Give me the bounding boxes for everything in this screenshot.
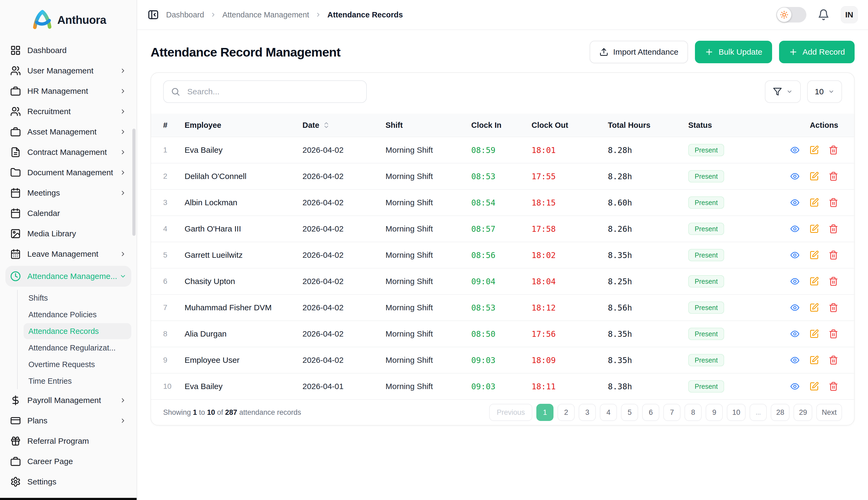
delete-button[interactable]	[829, 198, 838, 207]
view-button[interactable]	[790, 382, 800, 391]
sidebar-item[interactable]: Plans	[5, 412, 131, 429]
sidebar-subitem[interactable]: Time Entries	[24, 373, 131, 389]
table-body: 1 Eva Bailey 2026-04-02 Morning Shift 08…	[151, 137, 854, 399]
status-badge: Present	[688, 302, 724, 314]
sidebar-subitem[interactable]: Shifts	[24, 290, 131, 306]
page-number-button[interactable]: 1	[536, 404, 553, 421]
column-header[interactable]: #	[163, 121, 185, 130]
import-attendance-button[interactable]: Import Attendance	[590, 41, 688, 63]
bulk-update-button[interactable]: Bulk Update	[695, 41, 772, 63]
delete-button[interactable]	[829, 171, 838, 181]
view-button[interactable]	[790, 171, 800, 181]
sidebar-item[interactable]: Payroll Management	[5, 392, 131, 409]
sidebar-item[interactable]: Recruitment	[5, 103, 131, 120]
brand-logo[interactable]: Anthuora	[0, 0, 137, 40]
filter-button[interactable]	[765, 80, 801, 103]
edit-button[interactable]	[809, 276, 819, 286]
delete-button[interactable]	[829, 355, 838, 365]
avatar[interactable]: IN	[841, 6, 858, 23]
view-button[interactable]	[790, 303, 800, 312]
page-number-button[interactable]: 8	[685, 404, 701, 421]
row-actions	[787, 198, 842, 207]
sort-icon[interactable]	[322, 121, 330, 129]
sidebar-item[interactable]: Settings	[5, 473, 131, 490]
next-page-button[interactable]: Next	[816, 404, 842, 421]
clock-out-time: 18:01	[532, 146, 608, 155]
sidebar-scrollbar[interactable]	[132, 129, 136, 236]
sidebar-item[interactable]: Leave Management	[5, 246, 131, 263]
view-button[interactable]	[790, 145, 800, 155]
total-hours: 8.60h	[608, 198, 688, 207]
view-button[interactable]	[790, 224, 800, 234]
view-button[interactable]	[790, 276, 800, 286]
delete-button[interactable]	[829, 145, 838, 155]
sidebar-item[interactable]: Career Page	[5, 453, 131, 470]
breadcrumb-attendance-management[interactable]: Attendance Management	[222, 10, 309, 19]
breadcrumb-dashboard[interactable]: Dashboard	[166, 10, 204, 19]
edit-button[interactable]	[809, 303, 819, 312]
view-button[interactable]	[790, 329, 800, 339]
delete-button[interactable]	[829, 303, 838, 312]
view-button[interactable]	[790, 250, 800, 260]
edit-button[interactable]	[809, 224, 819, 234]
theme-toggle[interactable]	[776, 7, 807, 23]
add-record-button[interactable]: Add Record	[779, 41, 855, 63]
delete-button[interactable]	[829, 276, 838, 286]
delete-button[interactable]	[829, 382, 838, 391]
delete-button[interactable]	[829, 250, 838, 260]
sidebar-item[interactable]: Document Management	[5, 164, 131, 181]
column-header[interactable]: Date	[302, 121, 386, 130]
pagination: Previous 1 2 3 4 5	[489, 404, 842, 421]
edit-button[interactable]	[809, 250, 819, 260]
column-header[interactable]: Actions	[787, 121, 842, 130]
column-header[interactable]: Total Hours	[608, 121, 688, 130]
edit-button[interactable]	[809, 198, 819, 207]
edit-button[interactable]	[809, 145, 819, 155]
delete-button[interactable]	[829, 329, 838, 339]
page-number-button[interactable]: ...	[750, 404, 767, 421]
page-number-button[interactable]: 7	[663, 404, 681, 421]
page-number-button[interactable]: 6	[642, 404, 659, 421]
delete-button[interactable]	[829, 224, 838, 234]
bell-icon[interactable]	[818, 9, 830, 21]
sidebar-item[interactable]: HR Management	[5, 82, 131, 100]
sidebar-item[interactable]: Calendar	[5, 205, 131, 222]
status-badge: Present	[688, 328, 724, 340]
column-header[interactable]: Clock Out	[532, 121, 608, 130]
sidebar-item[interactable]: User Management	[5, 62, 131, 79]
page-number-button[interactable]: 10	[727, 404, 745, 421]
sidebar-item[interactable]: Dashboard	[5, 42, 131, 59]
sidebar-item[interactable]: Referral Program	[5, 432, 131, 450]
sidebar-subitem[interactable]: Overtime Requests	[24, 356, 131, 373]
sidebar-subitem[interactable]: Attendance Policies	[24, 307, 131, 322]
column-header[interactable]: Shift	[386, 121, 471, 130]
column-header[interactable]: Status	[688, 121, 787, 130]
column-header[interactable]: Clock In	[471, 121, 532, 130]
previous-page-button[interactable]: Previous	[489, 404, 532, 421]
page-number-button[interactable]: 2	[558, 404, 575, 421]
column-header[interactable]: Employee	[185, 121, 302, 130]
sidebar-item[interactable]: Media Library	[5, 225, 131, 242]
edit-button[interactable]	[809, 329, 819, 339]
page-size-select[interactable]: 10	[807, 80, 842, 103]
sidebar-item[interactable]: Asset Management	[5, 123, 131, 140]
row-actions	[787, 329, 842, 339]
sidebar-item[interactable]: Meetings	[5, 184, 131, 202]
sidebar-collapse-icon[interactable]	[147, 9, 159, 21]
page-number-button[interactable]: 4	[600, 404, 617, 421]
edit-button[interactable]	[809, 382, 819, 391]
sidebar-subitem[interactable]: Attendance Records	[24, 323, 131, 339]
page-number-button[interactable]: 3	[579, 404, 596, 421]
edit-button[interactable]	[809, 355, 819, 365]
page-number-button[interactable]: 5	[621, 404, 638, 421]
sidebar-subitem[interactable]: Attendance Regularizat...	[24, 340, 131, 356]
search-input[interactable]	[163, 80, 367, 103]
sidebar-item[interactable]: Contract Management	[5, 144, 131, 161]
page-number-button[interactable]: 9	[706, 404, 723, 421]
edit-button[interactable]	[809, 171, 819, 181]
sidebar-item-attendance-management[interactable]: Attendance Manageme...	[5, 266, 131, 287]
view-button[interactable]	[790, 198, 800, 207]
view-button[interactable]	[790, 355, 800, 365]
page-number-button[interactable]: 28	[771, 404, 789, 421]
page-number-button[interactable]: 29	[793, 404, 812, 421]
